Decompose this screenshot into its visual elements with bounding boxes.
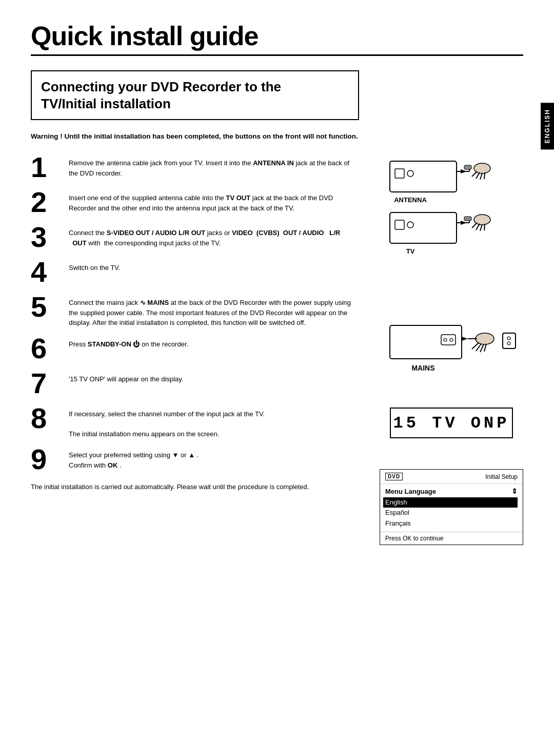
language-tab: ENGLISH	[541, 103, 554, 149]
svg-line-9	[480, 173, 482, 180]
setup-title: Initial Setup	[485, 473, 518, 480]
step-5: 5 Connect the mains jack ∿ MAINS at the …	[31, 296, 359, 328]
step-number-6: 6	[31, 334, 62, 363]
svg-rect-0	[390, 161, 457, 192]
svg-rect-15	[407, 222, 413, 228]
step-1: 1 Remove the antenna cable jack from you…	[31, 156, 359, 182]
antenna-tv-diagram: ANTENNA	[385, 156, 518, 259]
svg-rect-24	[464, 217, 471, 221]
svg-line-8	[476, 172, 480, 179]
svg-rect-14	[395, 220, 404, 229]
step-number-2: 2	[31, 188, 62, 217]
svg-line-20	[472, 223, 477, 228]
display-text: 15 TV ONP	[393, 414, 510, 433]
step-text-5: Connect the mains jack ∿ MAINS at the ba…	[69, 296, 359, 328]
svg-rect-27	[441, 335, 456, 345]
step-text-1: Remove the antenna cable jack from your …	[69, 156, 359, 178]
page-title: Quick install guide	[31, 21, 523, 51]
diagrams-column: ANTENNA	[359, 156, 533, 545]
setup-box-header: DVD Initial Setup	[380, 470, 523, 484]
svg-line-33	[480, 344, 484, 352]
step-9: 9 Select your preferred setting using ▼ …	[31, 448, 359, 474]
scroll-indicator: ⇕	[511, 487, 518, 495]
step-text-2: Insert one end of the supplied antenna c…	[69, 191, 359, 213]
step-text-9: Select your preferred setting using ▼ or…	[69, 448, 359, 470]
setup-option-espanol[interactable]: Español	[385, 508, 518, 518]
display-section: 15 TV ONP	[390, 402, 513, 443]
antenna-diagram-section: ANTENNA	[385, 156, 518, 259]
menu-language-label: Menu Language	[385, 488, 436, 495]
section-title: Connecting your DVD Recorder to the TV/I…	[41, 79, 349, 112]
svg-line-21	[476, 224, 480, 230]
step-4: 4 Switch on the TV.	[31, 261, 359, 286]
setup-option-francais[interactable]: Français	[385, 518, 518, 529]
svg-rect-11	[464, 165, 471, 169]
section-box: Connecting your DVD Recorder to the TV/I…	[31, 70, 359, 120]
step-text-7: '15 TV ONP' will appear on the display.	[69, 372, 359, 384]
mains-diagram: MAINS	[385, 310, 518, 377]
setup-options-list: English Español Français	[380, 495, 523, 532]
svg-line-23	[484, 224, 485, 230]
step-number-5: 5	[31, 293, 62, 321]
mains-diagram-section: MAINS	[385, 310, 518, 377]
svg-rect-13	[390, 212, 457, 243]
steps-list: 1 Remove the antenna cable jack from you…	[31, 156, 359, 545]
step-text-8: If necessary, select the channel number …	[69, 407, 359, 439]
svg-line-7	[472, 171, 477, 177]
step-number-1: 1	[31, 153, 62, 182]
step-2: 2 Insert one end of the supplied antenna…	[31, 191, 359, 217]
step-number-4: 4	[31, 258, 62, 286]
setup-footer: Press OK to continue	[380, 532, 523, 545]
step-text-4: Switch on the TV.	[69, 261, 359, 273]
svg-rect-37	[503, 333, 516, 348]
step-3: 3 Connect the S-VIDEO OUT / AUDIO L/R OU…	[31, 226, 359, 251]
svg-point-38	[507, 337, 510, 340]
warning-text: Warning ! Until the initial installation…	[31, 131, 359, 142]
bottom-note: The initial installation is carried out …	[31, 483, 359, 491]
step-number-9: 9	[31, 445, 62, 474]
svg-marker-5	[461, 169, 467, 173]
step-number-8: 8	[31, 404, 62, 433]
dvd-logo: DVD	[385, 473, 403, 480]
step-text-3: Connect the S-VIDEO OUT / AUDIO L/R OUT …	[69, 226, 359, 248]
step-8: 8 If necessary, select the channel numbe…	[31, 407, 359, 439]
svg-text:TV: TV	[406, 247, 415, 255]
svg-marker-35	[462, 337, 468, 341]
svg-line-10	[484, 172, 485, 179]
setup-box-section: DVD Initial Setup Menu Language ⇕ Englis…	[380, 464, 523, 545]
step-text-6: Press STANDBY-ON ⏻ on the recorder.	[69, 337, 359, 350]
title-divider	[31, 54, 523, 56]
setup-option-english[interactable]: English	[383, 497, 518, 508]
step-number-3: 3	[31, 223, 62, 251]
svg-point-28	[444, 338, 447, 341]
svg-point-39	[507, 342, 510, 345]
step-number-7: 7	[31, 369, 62, 398]
svg-line-34	[484, 344, 486, 352]
menu-language-row: Menu Language ⇕	[380, 484, 523, 495]
display-box: 15 TV ONP	[390, 408, 513, 438]
svg-rect-1	[395, 169, 404, 178]
svg-text:ANTENNA: ANTENNA	[394, 196, 427, 204]
svg-point-29	[450, 338, 453, 341]
svg-rect-2	[407, 170, 413, 177]
step-6: 6 Press STANDBY-ON ⏻ on the recorder.	[31, 337, 359, 363]
step-7: 7 '15 TV ONP' will appear on the display…	[31, 372, 359, 398]
svg-rect-26	[390, 325, 462, 359]
svg-line-22	[480, 224, 482, 231]
svg-marker-18	[461, 221, 467, 225]
setup-box: DVD Initial Setup Menu Language ⇕ Englis…	[380, 469, 523, 545]
svg-text:MAINS: MAINS	[411, 364, 434, 372]
